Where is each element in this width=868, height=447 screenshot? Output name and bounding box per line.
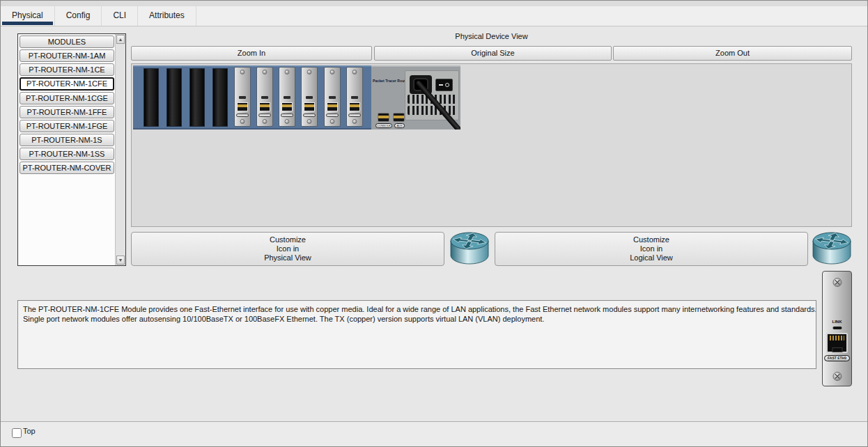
rj45-port (826, 333, 848, 353)
modules-panel: MODULES PT-ROUTER-NM-1AM PT-ROUTER-NM-1C… (17, 33, 126, 266)
installed-module[interactable] (346, 67, 363, 127)
scroll-up-icon[interactable]: ▲ (116, 35, 125, 44)
port-label-tag (303, 113, 316, 117)
tab-bar: PhysicalConfigCLIAttributes (1, 6, 867, 26)
router-icon (812, 231, 852, 266)
port-label-tag (281, 113, 293, 117)
module-item[interactable]: PT-ROUTER-NM-1FGE (20, 120, 114, 132)
module-led (351, 96, 358, 99)
ethernet-port (327, 102, 338, 111)
empty-slot[interactable] (166, 68, 182, 127)
customize-physical-icon-button[interactable]: Customize Icon in Physical View (131, 232, 444, 266)
module-item[interactable]: PT-ROUTER-NM-1CGE (20, 92, 114, 104)
tab-config[interactable]: Config (55, 6, 102, 26)
aux-port (393, 113, 405, 122)
router-chassis-image[interactable]: Packet Tracer Router CONSOLE AUX (133, 65, 460, 130)
scroll-down-icon[interactable]: ▼ (116, 256, 125, 265)
tab-attributes[interactable]: Attributes (138, 6, 196, 26)
switch-on-mark (439, 84, 443, 86)
installed-module[interactable] (256, 67, 273, 127)
empty-slot[interactable] (189, 68, 205, 127)
ethernet-port (281, 102, 293, 111)
tab-cli[interactable]: CLI (102, 6, 138, 26)
tab-physical[interactable]: Physical (1, 6, 55, 26)
modules-scrollbar[interactable]: ▲ ▼ (115, 34, 125, 265)
module-item[interactable]: PT-ROUTER-NM-1SS (20, 148, 114, 160)
module-led (329, 96, 336, 99)
customize-logical-line: Logical View (495, 253, 807, 262)
top-checkbox-label: Top (23, 427, 36, 435)
ethernet-port (304, 102, 315, 111)
ethernet-port (237, 102, 248, 111)
description-line: The PT-ROUTER-NM-1CFE Module provides on… (23, 304, 811, 314)
customize-physical-line: Customize (132, 235, 444, 244)
link-led-label: LINK (823, 320, 851, 324)
customize-physical-line: Physical View (132, 253, 444, 262)
customize-logical-line: Customize (495, 235, 807, 244)
original-size-button[interactable]: Original Size (374, 46, 612, 61)
device-view-panel: Packet Tracer Router CONSOLE AUX (131, 63, 852, 227)
installed-module[interactable] (279, 67, 295, 127)
module-item[interactable]: PT-ROUTER-NM-1CE (20, 63, 114, 76)
module-led (239, 96, 246, 99)
zoom-in-button[interactable]: Zoom In (131, 46, 372, 61)
module-item[interactable]: PT-ROUTER-NM-1FFE (20, 106, 114, 118)
top-view-checkbox[interactable] (12, 428, 22, 438)
window-top-strip (1, 1, 867, 6)
customize-logical-line: Icon in (495, 244, 807, 253)
module-item[interactable]: PT-ROUTER-NM-COVER (20, 162, 114, 174)
port-label-tag (348, 113, 361, 117)
description-line: Single port network modules offer autose… (23, 314, 811, 324)
empty-slot[interactable] (212, 68, 228, 127)
power-switch[interactable] (435, 79, 453, 91)
router-icon (449, 231, 490, 266)
customize-physical-line: Icon in (132, 244, 444, 253)
console-port-label: CONSOLE (375, 123, 392, 128)
screw-icon (832, 278, 842, 287)
modules-header: MODULES (20, 36, 114, 48)
modules-list: MODULES PT-ROUTER-NM-1AM PT-ROUTER-NM-1C… (20, 35, 114, 175)
ethernet-port (349, 102, 360, 111)
module-item[interactable]: PT-ROUTER-NM-1AM (20, 49, 114, 62)
switch-off-mark (445, 83, 449, 87)
console-port (378, 113, 389, 122)
screw-icon (832, 372, 842, 381)
vent-grille (408, 106, 457, 115)
fast-eth0-port-label: FAST ETH0 (824, 355, 850, 361)
module-item-selected[interactable]: PT-ROUTER-NM-1CFE (20, 77, 114, 91)
module-item[interactable]: PT-ROUTER-NM-1S (20, 134, 114, 146)
empty-slot[interactable] (144, 68, 159, 127)
installed-module[interactable] (324, 67, 341, 127)
module-preview-image[interactable]: LINK FAST ETH0 (822, 271, 852, 386)
module-led (284, 96, 290, 99)
device-edit-window: PhysicalConfigCLIAttributes MODULES PT-R… (0, 0, 868, 447)
router-name-label: Packet Tracer Router (373, 79, 409, 83)
ethernet-port (259, 102, 270, 111)
installed-module[interactable] (301, 67, 318, 127)
physical-device-view-title: Physical Device View (131, 32, 852, 40)
module-description: The PT-ROUTER-NM-1CFE Module provides on… (17, 300, 816, 369)
port-label-tag (326, 113, 339, 117)
customize-logical-icon-button[interactable]: Customize Icon in Logical View (495, 232, 808, 266)
port-label-tag (236, 113, 249, 117)
port-label-tag (258, 113, 271, 117)
module-led (261, 96, 268, 99)
footer-bar: Top (1, 422, 867, 446)
link-led (832, 327, 842, 329)
aux-port-label: AUX (394, 123, 405, 128)
zoom-out-button[interactable]: Zoom Out (613, 46, 852, 61)
installed-module[interactable] (234, 67, 251, 127)
module-led (306, 96, 313, 99)
